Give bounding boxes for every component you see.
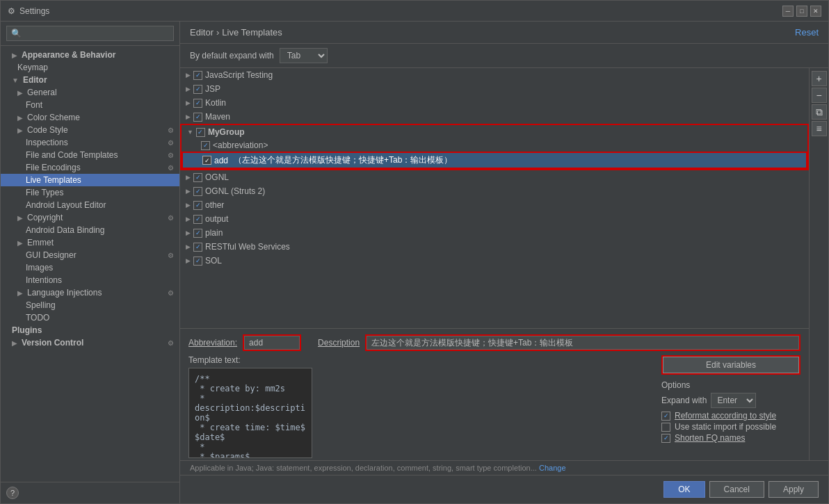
static-import-checkbox[interactable] — [661, 423, 670, 432]
sidebar-item-keymap[interactable]: Keymap — [1, 61, 179, 74]
copy-template-button[interactable]: ⧉ — [812, 104, 827, 120]
tpl-item-add[interactable]: add （左边这个就是方法模版快捷键；快捷键+Tab：输出模板） — [182, 152, 807, 169]
group-checkbox[interactable] — [193, 113, 202, 122]
group-checkbox[interactable] — [193, 173, 202, 182]
sidebar: ▶ Appearance & Behavior Keymap ▼ Editor … — [1, 22, 180, 503]
description-input[interactable] — [367, 336, 799, 350]
sidebar-label-emmet: Emmet — [27, 238, 54, 247]
tpl-group-mygroup[interactable]: ▼ MyGroup — [182, 125, 807, 139]
template-textarea[interactable]: /** * create by: mm2s * description:$des… — [188, 368, 312, 458]
sidebar-item-fileencodings[interactable]: File Encodings ⚙ — [1, 161, 179, 174]
sidebar-item-emmet[interactable]: ▶ Emmet — [1, 236, 179, 249]
expand-select[interactable]: Tab Enter Space — [280, 48, 328, 63]
move-template-button[interactable]: ≡ — [812, 121, 827, 136]
group-checkbox[interactable] — [193, 257, 202, 266]
applicable-change-link[interactable]: Change — [539, 464, 566, 472]
help-button[interactable]: ? — [6, 487, 19, 499]
sidebar-item-fileandcode[interactable]: File and Code Templates ⚙ — [1, 149, 179, 161]
sidebar-item-general[interactable]: ▶ General — [1, 86, 179, 99]
arrow-icon: ▶ — [186, 229, 191, 236]
group-label: output — [205, 214, 228, 224]
list-actions: + − ⧉ ≡ — [809, 68, 828, 460]
sidebar-item-images[interactable]: Images — [1, 261, 179, 274]
maximize-btn[interactable]: □ — [796, 6, 807, 17]
sidebar-item-filetypes[interactable]: File Types — [1, 186, 179, 199]
sidebar-item-versioncontrol[interactable]: ▶ Version Control ⚙ — [1, 336, 179, 349]
tpl-group-restful[interactable]: ▶ RESTful Web Services — [180, 240, 809, 254]
arrow-icon: ▶ — [17, 127, 23, 134]
group-label: Maven — [205, 112, 230, 122]
item-checkbox[interactable] — [202, 156, 211, 165]
remove-template-button[interactable]: − — [812, 88, 827, 103]
right-options-col: Edit variables Options Expand with Enter — [661, 355, 800, 444]
add-template-button[interactable]: + — [812, 71, 827, 86]
group-checkbox[interactable] — [193, 215, 202, 224]
group-checkbox[interactable] — [193, 243, 202, 252]
group-checkbox[interactable] — [196, 128, 205, 137]
tpl-group-ognl-struts[interactable]: ▶ OGNL (Struts 2) — [180, 184, 809, 198]
group-label: JavaScript Testing — [205, 70, 273, 80]
sidebar-item-androiddatabinding[interactable]: Android Data Binding — [1, 224, 179, 236]
arrow-icon: ▶ — [186, 99, 191, 106]
shorten-checkbox[interactable] — [661, 434, 670, 443]
arrow-icon: ▶ — [186, 188, 191, 195]
tpl-group-maven[interactable]: ▶ Maven — [180, 110, 809, 124]
tpl-group-other[interactable]: ▶ other — [180, 198, 809, 212]
main-content: ▶ Appearance & Behavior Keymap ▼ Editor … — [1, 22, 828, 503]
apply-button[interactable]: Apply — [768, 481, 819, 498]
sidebar-item-spelling[interactable]: Spelling — [1, 299, 179, 311]
arrow-icon: ▶ — [186, 86, 191, 92]
tpl-group-jstesting[interactable]: ▶ JavaScript Testing — [180, 68, 809, 82]
sidebar-item-langinjections[interactable]: ▶ Language Injections ⚙ — [1, 286, 179, 299]
abbreviation-input[interactable] — [244, 336, 300, 350]
sidebar-item-guidesigner[interactable]: GUI Designer ⚙ — [1, 249, 179, 261]
search-input[interactable] — [6, 26, 174, 41]
template-text-col: Template text: /** * create by: mm2s * d… — [188, 355, 656, 460]
sidebar-item-livetemplates[interactable]: Live Templates — [1, 174, 179, 186]
item-checkbox[interactable] — [201, 141, 210, 150]
tpl-group-jsp[interactable]: ▶ JSP — [180, 82, 809, 96]
sidebar-item-androidlayout[interactable]: Android Layout Editor — [1, 199, 179, 211]
window-title: Settings — [19, 6, 49, 16]
sidebar-label-colorscheme: Color Scheme — [27, 113, 80, 122]
sidebar-item-colorscheme[interactable]: ▶ Color Scheme — [1, 111, 179, 124]
sidebar-item-appearance[interactable]: ▶ Appearance & Behavior — [1, 49, 179, 61]
sidebar-item-copyright[interactable]: ▶ Copyright ⚙ — [1, 211, 179, 224]
sidebar-item-inspections[interactable]: Inspections ⚙ — [1, 136, 179, 149]
arrow-icon: ▶ — [17, 289, 23, 297]
tpl-item-abbreviation[interactable]: <abbreviation> — [182, 139, 807, 152]
sidebar-item-plugins[interactable]: Plugins — [1, 324, 179, 336]
template-row: Template text: /** * create by: mm2s * d… — [188, 355, 800, 460]
cancel-button[interactable]: Cancel — [709, 481, 764, 498]
close-btn[interactable]: ✕ — [810, 6, 821, 17]
template-text-label: Template text: — [188, 355, 656, 365]
sidebar-item-intentions[interactable]: Intentions — [1, 274, 179, 286]
sidebar-tree: ▶ Appearance & Behavior Keymap ▼ Editor … — [1, 46, 179, 482]
sidebar-label-versioncontrol: Version Control — [22, 338, 83, 348]
reformat-checkbox[interactable] — [661, 412, 670, 421]
reset-button[interactable]: Reset — [795, 27, 819, 38]
tpl-group-plain[interactable]: ▶ plain — [180, 226, 809, 240]
group-checkbox[interactable] — [193, 201, 202, 210]
group-checkbox[interactable] — [193, 229, 202, 238]
sidebar-bottom: ? — [1, 482, 179, 503]
sidebar-item-todo[interactable]: TODO — [1, 311, 179, 324]
tpl-group-sol[interactable]: ▶ SOL — [180, 254, 809, 268]
group-checkbox[interactable] — [193, 187, 202, 196]
sidebar-item-editor[interactable]: ▼ Editor — [1, 74, 179, 86]
group-checkbox[interactable] — [193, 99, 202, 108]
expand-with-select[interactable]: Enter Tab Space — [711, 393, 756, 408]
minimize-btn[interactable]: ─ — [782, 6, 794, 17]
sidebar-item-codestyle[interactable]: ▶ Code Style ⚙ — [1, 124, 179, 136]
tpl-group-kotlin[interactable]: ▶ Kotlin — [180, 96, 809, 110]
ok-button[interactable]: OK — [663, 481, 705, 498]
arrow-icon: ▶ — [17, 239, 23, 247]
arrow-icon: ▶ — [186, 243, 191, 250]
edit-variables-button[interactable]: Edit variables — [663, 357, 799, 373]
group-checkbox[interactable] — [193, 71, 202, 80]
tpl-group-ognl[interactable]: ▶ OGNL — [180, 170, 809, 184]
tpl-group-output[interactable]: ▶ output — [180, 212, 809, 226]
group-checkbox[interactable] — [193, 85, 202, 94]
sidebar-item-font[interactable]: Font — [1, 99, 179, 111]
arrow-icon: ▶ — [12, 339, 17, 347]
